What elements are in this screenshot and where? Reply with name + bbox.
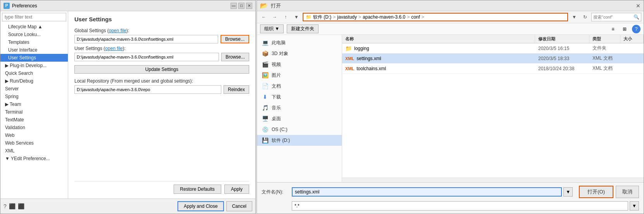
sidebar-item-yedit[interactable]: ▼ YEdit Preference... [0, 155, 68, 162]
file-name-logging: 📁 logging [342, 44, 535, 53]
dialog-body: 💻 此电脑 📦 3D 对象 🎬 视频 🖼️ 图片 📄 文档 ⬇ 下载 [257, 35, 644, 182]
close-btn[interactable]: ✕ [246, 3, 252, 9]
sidebar-item-source[interactable]: Source Looku... [0, 31, 68, 38]
user-settings-input[interactable] [74, 53, 219, 61]
file-name-toolchains: XML toolchains.xml [342, 64, 535, 73]
file-row-logging[interactable]: 📁 logging 2020/3/5 16:15 文件夹 [342, 43, 644, 54]
nav-item-ddrive[interactable]: 💾 软件 (D:) [257, 135, 342, 146]
file-row-toolchains[interactable]: XML toolchains.xml 2018/10/24 20:38 XML … [342, 64, 644, 74]
filetype-dropdown-button[interactable]: ▼ [630, 201, 639, 211]
sidebar-item-team[interactable]: ▶ Team [0, 100, 68, 108]
preferences-footer: ? ⬛ ⬛ Apply and Close Cancel [0, 198, 255, 214]
nav-item-cdrive[interactable]: 💿 OS (C:) [257, 124, 342, 135]
folder-icon-logging: 📁 [345, 45, 352, 52]
new-folder-button[interactable]: 新建文件夹 [287, 24, 319, 33]
col-size[interactable]: 大小 [620, 35, 644, 43]
nav-item-pictures[interactable]: 🖼️ 图片 [257, 70, 342, 81]
filetype-input[interactable] [292, 201, 628, 211]
sidebar-item-web[interactable]: Web [0, 131, 68, 139]
user-settings-row: Browse... [74, 53, 249, 61]
minimize-btn[interactable]: — [231, 3, 237, 9]
file-row-settings[interactable]: XML settings.xml 2020/3/5 18:33 XML 文档 [342, 54, 644, 64]
back-button[interactable]: ← [259, 13, 269, 21]
cancel-button[interactable]: Cancel [226, 201, 252, 211]
breadcrumb-part-1[interactable]: javastudy [337, 14, 357, 20]
sidebar-item-userinterface[interactable]: User Interface [0, 46, 68, 54]
view-list-button[interactable]: ≡ [609, 25, 617, 33]
nav-item-desktop[interactable]: 🖥️ 桌面 [257, 113, 342, 124]
import-icon[interactable]: ⬛ [18, 203, 24, 209]
sidebar-item-textmate[interactable]: TextMate [0, 116, 68, 124]
restore-defaults-button[interactable]: Restore Defaults [174, 185, 221, 194]
breadcrumb-part-3[interactable]: conf [411, 14, 420, 20]
nav-item-downloads[interactable]: ⬇ 下载 [257, 91, 342, 102]
sidebar-item-lifecycle[interactable]: Lifecycle Map ▲ [0, 23, 68, 31]
documents-icon: 📄 [262, 83, 269, 90]
user-open-file-link[interactable]: open file [105, 46, 122, 51]
sidebar-item-plugin[interactable]: ▶ Plug-in Develop... [0, 62, 68, 69]
sidebar-item-webservices[interactable]: Web Services [0, 139, 68, 147]
breadcrumb-part-2[interactable]: apache-maven-3.6.0 [363, 14, 405, 20]
sidebar-item-rundebug[interactable]: ▶ Run/Debug [0, 77, 68, 85]
col-name[interactable]: 名称 [342, 35, 535, 43]
sidebar-item-server[interactable]: Server [0, 85, 68, 93]
sidebar-item-xml[interactable]: XML [0, 147, 68, 155]
xml-icon-toolchains: XML [345, 66, 354, 71]
file-size-settings [620, 57, 644, 60]
sidebar-item-quicksearch[interactable]: Quick Search [0, 69, 68, 77]
col-type[interactable]: 类型 [589, 35, 620, 43]
local-repo-input[interactable] [74, 85, 221, 94]
forward-button[interactable]: → [270, 13, 279, 21]
breadcrumb-part-0[interactable]: 软件 (D:) [313, 14, 331, 21]
dialog-close-button[interactable]: ✕ [636, 3, 641, 9]
nav-item-3d-label: 3D 对象 [272, 50, 288, 57]
filename-dropdown-button[interactable]: ▼ [563, 187, 573, 197]
export-icon[interactable]: ⬛ [9, 203, 15, 209]
nav-item-documents[interactable]: 📄 文档 [257, 81, 342, 91]
global-settings-input[interactable] [74, 35, 218, 43]
main-bottom-buttons: Restore Defaults Apply [74, 181, 249, 194]
refresh-button[interactable]: ↻ [580, 13, 590, 21]
filter-input[interactable] [2, 13, 66, 21]
user-browse-button[interactable]: Browse... [221, 53, 249, 61]
search-input[interactable] [593, 15, 632, 19]
recent-locations-button[interactable]: ▼ [292, 13, 301, 21]
apply-button[interactable]: Apply [224, 185, 249, 194]
nav-item-pc[interactable]: 💻 此电脑 [257, 37, 342, 48]
col-date[interactable]: 修改日期 [535, 35, 589, 43]
maximize-btn[interactable]: □ [238, 3, 245, 9]
global-open-file-link[interactable]: open file [109, 28, 126, 33]
reindex-button[interactable]: Reindex [224, 85, 249, 94]
nav-item-3d[interactable]: 📦 3D 对象 [257, 48, 342, 59]
desktop-icon: 🖥️ [262, 115, 269, 122]
path-breadcrumb[interactable]: 📁 软件 (D:) > javastudy > apache-maven-3.6… [303, 13, 568, 21]
global-settings-label: Global Settings (open file): [74, 28, 249, 33]
file-size-logging [620, 47, 644, 50]
filename-input[interactable] [292, 187, 562, 197]
help-dialog-button[interactable]: ? [632, 25, 641, 33]
sidebar-item-templates[interactable]: Templates [0, 38, 68, 46]
path-dropdown-button[interactable]: ▼ [570, 13, 579, 21]
organize-button[interactable]: 组织 ▼ [260, 24, 284, 33]
global-browse-button[interactable]: Browse... [220, 35, 249, 43]
up-button[interactable]: ↑ [281, 13, 290, 21]
sidebar-item-usersettings[interactable]: User Settings [0, 54, 68, 62]
nav-item-video[interactable]: 🎬 视频 [257, 59, 342, 70]
open-button[interactable]: 打开(O) [579, 186, 613, 198]
sidebar-item-terminal[interactable]: Terminal [0, 108, 68, 116]
app-icon: P [3, 3, 10, 9]
3d-icon: 📦 [262, 50, 269, 57]
help-icon[interactable]: ? [3, 203, 7, 209]
global-settings-row: Browse... [74, 35, 249, 43]
update-settings-button[interactable]: Update Settings [74, 65, 249, 74]
nav-item-music[interactable]: 🎵 音乐 [257, 102, 342, 113]
sidebar-item-spring[interactable]: Spring [0, 93, 68, 100]
horizontal-scrollbar[interactable] [342, 178, 644, 182]
view-grid-button[interactable]: ⊞ [620, 25, 629, 33]
apply-and-close-button[interactable]: Apply and Close [177, 201, 224, 211]
sidebar-item-validation[interactable]: Validation [0, 124, 68, 131]
search-box: 🔍 [591, 13, 641, 21]
dialog-titlebar: 📂 打开 ✕ [257, 0, 644, 11]
music-icon: 🎵 [262, 104, 269, 111]
dialog-cancel-button[interactable]: 取消 [616, 186, 639, 198]
